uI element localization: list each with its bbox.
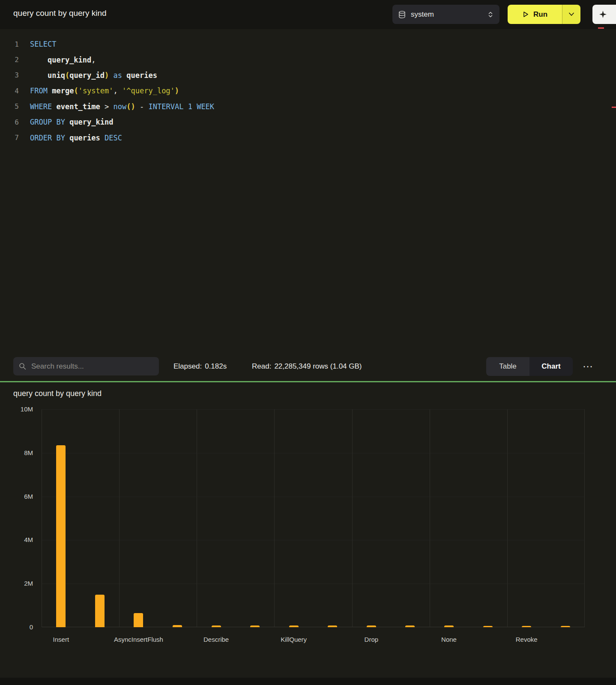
chart-bar (212, 625, 221, 627)
chart-y-axis: 02M4M6M8M10M (6, 409, 33, 627)
chart-bar (173, 625, 182, 627)
h-gridline (42, 497, 585, 497)
code-text: FROM merge('system', '^query_log') (30, 86, 179, 95)
x-tick-label: None (408, 636, 490, 643)
chart-bar (134, 613, 143, 627)
y-tick-label: 2M (6, 580, 33, 587)
bottom-panel-edge (0, 678, 616, 685)
chart-bar (483, 626, 493, 627)
chart-bar (56, 445, 66, 627)
tab-chart[interactable]: Chart (529, 357, 573, 376)
x-tick-label: AsyncInsertFlush (98, 636, 179, 643)
run-options-button[interactable] (562, 5, 580, 24)
h-gridline (42, 453, 585, 453)
v-gridline (352, 409, 353, 627)
run-button[interactable]: Run (508, 5, 562, 24)
run-button-group: Run (508, 5, 580, 24)
chart-title: query count by query kind (13, 389, 102, 398)
chart-bar (289, 625, 299, 627)
code-line: 7ORDER BY queries DESC (0, 130, 616, 145)
v-gridline (430, 409, 430, 627)
y-tick-label: 4M (6, 536, 33, 543)
database-selector[interactable]: system (392, 5, 499, 24)
chart-bar (367, 625, 376, 627)
h-gridline (42, 409, 585, 410)
chart-bar (328, 625, 337, 627)
h-gridline (42, 584, 585, 584)
line-number: 5 (9, 102, 19, 110)
line-number: 6 (9, 118, 19, 126)
v-gridline (197, 409, 197, 627)
x-axis-line (42, 627, 585, 627)
read-stat: Read: 22,285,349 rows (1.04 GB) (252, 352, 362, 381)
v-gridline (507, 409, 508, 627)
elapsed-label: Elapsed: (173, 362, 202, 371)
sql-console: query count by query kind system (0, 0, 616, 685)
play-icon (522, 11, 529, 18)
chart-bar (522, 626, 531, 627)
elapsed-stat: Elapsed: 0.182s (173, 352, 227, 381)
v-gridline (42, 409, 42, 627)
overview-marker-right (612, 107, 616, 108)
tab-table[interactable]: Table (486, 357, 529, 376)
x-tick-label: KillQuery (253, 636, 335, 643)
code-line: 2 query_kind, (0, 52, 616, 67)
x-tick-label: Drop (331, 636, 412, 643)
read-label: Read: (252, 362, 271, 371)
run-button-label: Run (533, 10, 547, 19)
x-tick-label: Insert (20, 636, 102, 643)
sparkle-icon (599, 10, 607, 18)
y-tick-label: 6M (6, 493, 33, 500)
code-line: 4FROM merge('system', '^query_log') (0, 83, 616, 98)
database-icon (398, 11, 406, 18)
topbar: query count by query kind system (0, 0, 616, 30)
line-number: 3 (9, 71, 19, 79)
read-value: 22,285,349 rows (1.04 GB) (274, 362, 362, 371)
line-number: 1 (9, 40, 19, 48)
line-number: 4 (9, 87, 19, 95)
elapsed-value: 0.182s (205, 362, 227, 371)
y-tick-label: 0 (6, 623, 33, 631)
code-text: WHERE event_time > now() - INTERVAL 1 WE… (30, 102, 214, 111)
code-text: GROUP BY query_kind (30, 118, 114, 126)
line-number: 7 (9, 134, 19, 142)
x-tick-label: Revoke (486, 636, 567, 643)
h-gridline (42, 540, 585, 540)
y-tick-label: 10M (6, 405, 33, 413)
v-gridline (274, 409, 275, 627)
v-gridline (119, 409, 120, 627)
chevron-down-icon (568, 12, 574, 16)
code-text: SELECT (30, 40, 56, 48)
search-input[interactable] (30, 362, 153, 371)
search-box (13, 357, 159, 375)
sql-editor[interactable]: 1SELECT2 query_kind,3 uniq(query_id) as … (0, 29, 616, 352)
v-gridline (584, 409, 585, 627)
x-tick-label: Describe (176, 636, 257, 643)
code-line: 5WHERE event_time > now() - INTERVAL 1 W… (0, 99, 616, 114)
code-text: query_kind, (30, 56, 96, 64)
code-lines: 1SELECT2 query_kind,3 uniq(query_id) as … (0, 36, 616, 146)
chart-plot (42, 409, 585, 627)
chart-panel: query count by query kind 02M4M6M8M10M I… (0, 382, 616, 678)
code-text: ORDER BY queries DESC (30, 134, 122, 142)
chart-bar (561, 626, 570, 627)
database-selector-value: system (411, 10, 434, 19)
query-title: query count by query kind (13, 9, 107, 18)
code-text: uniq(query_id) as queries (30, 71, 157, 80)
line-number: 2 (9, 56, 19, 64)
chart-bar (250, 625, 260, 627)
assistant-panel-button[interactable] (592, 5, 616, 24)
y-tick-label: 8M (6, 449, 33, 456)
chart-bar (405, 625, 415, 627)
more-options-button[interactable]: ⋯ (578, 357, 597, 376)
select-chevrons-icon (487, 11, 493, 18)
code-line: 1SELECT (0, 36, 616, 52)
code-line: 3 uniq(query_id) as queries (0, 68, 616, 83)
view-toggle: Table Chart (486, 357, 573, 376)
search-icon (19, 363, 26, 370)
chart-x-axis: InsertAsyncInsertFlushDescribeKillQueryD… (42, 636, 585, 649)
code-line: 6GROUP BY query_kind (0, 114, 616, 130)
overview-marker-top (598, 27, 604, 29)
chart-bar (444, 625, 454, 627)
chart-bar (95, 595, 105, 627)
